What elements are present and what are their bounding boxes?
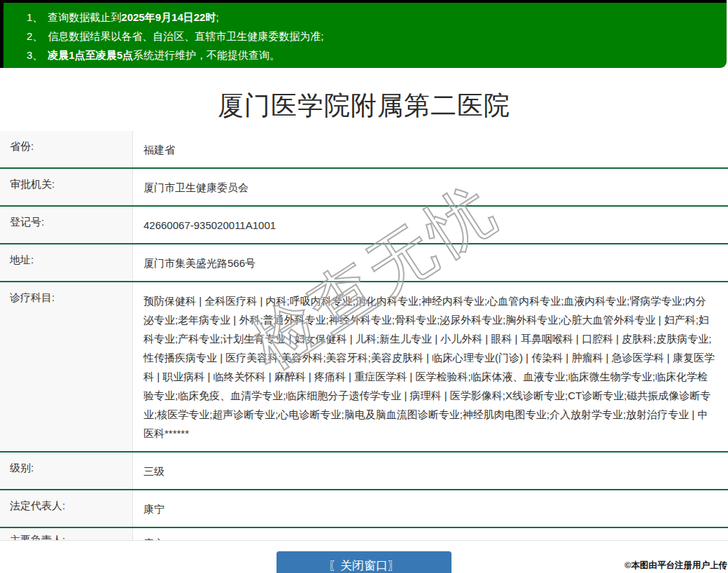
table-row-principal-clipped: 主要负责人: 康宁 bbox=[0, 528, 728, 540]
notice-text: 信息数据结果以各省、自治区、直辖市卫生健康委数据为准; bbox=[48, 30, 323, 42]
row-label: 法定代表人: bbox=[0, 490, 133, 527]
notice-text: 查询数据截止到 bbox=[48, 11, 121, 23]
notice-text: ; bbox=[216, 11, 218, 23]
table-row-legal-representative: 法定代表人: 康宁 bbox=[0, 490, 728, 528]
notice-number: 1、 bbox=[27, 11, 43, 23]
row-label: 诊疗科目: bbox=[0, 282, 133, 451]
notice-banner: 1、查询数据截止到2025年9月14日22时; 2、信息数据结果以各省、自治区、… bbox=[0, 0, 727, 68]
row-value: 厦门市卫生健康委员会 bbox=[133, 169, 728, 205]
notice-text-bold: 凌晨1点至凌晨5点 bbox=[48, 49, 133, 61]
row-label: 地址: bbox=[0, 244, 133, 281]
row-value: 42660067-935020011A1001 bbox=[133, 207, 728, 243]
row-value: 预防保健科 | 全科医疗科 | 内科;呼吸内科专业;消化内科专业;神经内科专业;… bbox=[133, 282, 728, 451]
row-label: 省份: bbox=[0, 131, 133, 167]
row-label: 审批机关: bbox=[0, 169, 133, 205]
table-row-medical-subjects: 诊疗科目: 预防保健科 | 全科医疗科 | 内科;呼吸内科专业;消化内科专业;神… bbox=[0, 282, 728, 453]
table-row-province: 省份: 福建省 bbox=[0, 131, 728, 169]
notice-text-bold: 2025年9月14日22时 bbox=[121, 11, 216, 23]
row-label: 登记号: bbox=[0, 207, 133, 243]
notice-text: 系统进行维护，不能提供查询。 bbox=[133, 49, 280, 61]
notice-number: 3、 bbox=[27, 49, 43, 61]
notice-line-1: 1、查询数据截止到2025年9月14日22时; bbox=[27, 8, 720, 27]
table-row-approval-authority: 审批机关: 厦门市卫生健康委员会 bbox=[0, 169, 728, 207]
row-value: 厦门市集美盛光路566号 bbox=[133, 244, 728, 281]
table-row-level: 级别: 三级 bbox=[0, 453, 728, 490]
table-row-address: 地址: 厦门市集美盛光路566号 bbox=[0, 244, 728, 282]
row-label: 级别: bbox=[0, 453, 133, 489]
notice-line-3: 3、凌晨1点至凌晨5点系统进行维护，不能提供查询。 bbox=[27, 46, 720, 64]
copyright-stamp: ©本图由平台注册用户上传 bbox=[624, 560, 727, 572]
row-value: 福建省 bbox=[133, 131, 728, 167]
page: 1、查询数据截止到2025年9月14日22时; 2、信息数据结果以各省、自治区、… bbox=[0, 0, 728, 573]
notice-number: 2、 bbox=[27, 30, 43, 42]
row-value: 三级 bbox=[133, 453, 728, 489]
notice-line-2: 2、信息数据结果以各省、自治区、直辖市卫生健康委数据为准; bbox=[27, 27, 720, 46]
row-value: 康宁 bbox=[133, 490, 728, 527]
page-title: 厦门医学院附属第二医院 bbox=[0, 88, 728, 123]
row-value: 康宁 bbox=[133, 528, 728, 540]
hospital-info-table: 省份: 福建省 审批机关: 厦门市卫生健康委员会 登记号: 42660067-9… bbox=[0, 131, 728, 541]
table-row-registration-number: 登记号: 42660067-935020011A1001 bbox=[0, 207, 728, 244]
row-label: 主要负责人: bbox=[0, 528, 133, 540]
close-window-button[interactable]: 〖关闭窗口〗 bbox=[276, 551, 451, 573]
